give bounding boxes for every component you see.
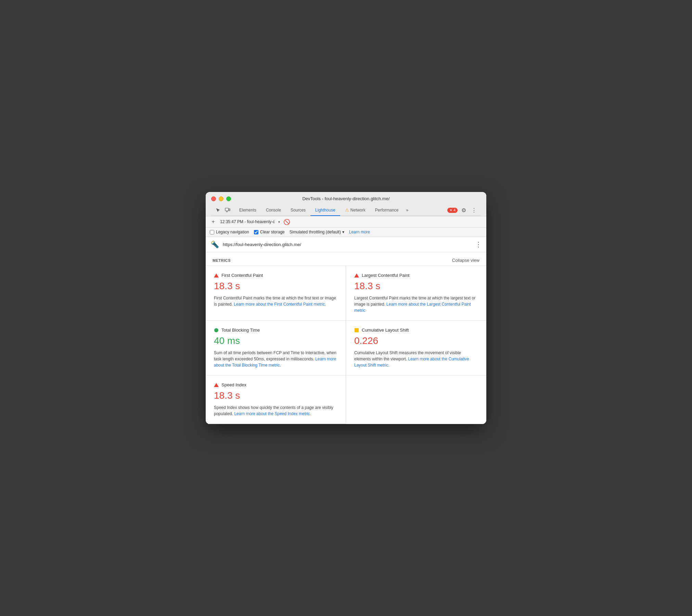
si-link[interactable]: Learn more about the Speed Index metric bbox=[234, 411, 310, 416]
legacy-navigation-checkbox[interactable]: Legacy navigation bbox=[210, 230, 249, 234]
tab-performance[interactable]: Performance bbox=[370, 205, 403, 216]
dropdown-arrow[interactable]: ▾ bbox=[278, 220, 280, 224]
window-title: DevTools - foul-heavenly-direction.glitc… bbox=[302, 196, 389, 201]
fcp-description: First Contentful Paint marks the time at… bbox=[214, 295, 337, 307]
cls-value: 0.226 bbox=[354, 335, 478, 346]
devtools-window: DevTools - foul-heavenly-direction.glitc… bbox=[206, 192, 486, 424]
tab-icons-group bbox=[211, 206, 234, 214]
more-options-button[interactable]: ⋮ bbox=[470, 206, 478, 214]
fcp-value: 18.3 s bbox=[214, 281, 337, 292]
url-bar: 🔦 https://foul-heavenly-direction.glitch… bbox=[206, 237, 486, 252]
metric-lcp: Largest Contentful Paint 18.3 s Largest … bbox=[346, 266, 486, 321]
learn-more-link[interactable]: Learn more bbox=[349, 230, 370, 234]
si-indicator bbox=[214, 383, 219, 387]
warning-icon: ⚠ bbox=[345, 207, 349, 213]
main-content: METRICS Collapse view First Contentful P… bbox=[206, 252, 486, 424]
cursor-icon[interactable] bbox=[214, 206, 222, 214]
metric-fcp: First Contentful Paint 18.3 s First Cont… bbox=[206, 266, 346, 321]
tbt-name: Total Blocking Time bbox=[221, 328, 260, 333]
cls-indicator bbox=[354, 328, 359, 333]
tbt-indicator bbox=[214, 328, 219, 333]
url-more-button[interactable]: ⋮ bbox=[475, 240, 482, 248]
clear-storage-checkbox[interactable]: Clear storage bbox=[254, 230, 285, 234]
lcp-description: Largest Contentful Paint marks the time … bbox=[354, 295, 478, 313]
si-description: Speed Index shows how quickly the conten… bbox=[214, 405, 337, 417]
metrics-grid: First Contentful Paint 18.3 s First Cont… bbox=[206, 266, 486, 424]
devtools-tabs: Elements Console Sources Lighthouse ⚠ Ne… bbox=[211, 205, 481, 216]
url-text: https://foul-heavenly-direction.glitch.m… bbox=[223, 242, 472, 247]
clear-storage-input[interactable] bbox=[254, 230, 258, 234]
tab-sources[interactable]: Sources bbox=[286, 205, 310, 216]
error-badge[interactable]: ✕ 4 bbox=[447, 208, 458, 213]
svg-rect-0 bbox=[225, 208, 229, 211]
error-count: 4 bbox=[453, 208, 456, 212]
lcp-name: Largest Contentful Paint bbox=[362, 273, 409, 278]
si-value: 18.3 s bbox=[214, 390, 337, 401]
tab-network[interactable]: ⚠ Network bbox=[340, 205, 370, 216]
metric-si: Speed Index 18.3 s Speed Index shows how… bbox=[206, 375, 346, 424]
settings-button[interactable]: ⚙ bbox=[460, 206, 468, 214]
legacy-navigation-input[interactable] bbox=[210, 230, 214, 234]
error-x-icon: ✕ bbox=[449, 208, 452, 213]
throttle-arrow-icon: ▾ bbox=[342, 230, 344, 234]
throttle-label: Simulated throttling (default) bbox=[290, 230, 341, 234]
tab-right-actions: ✕ 4 ⚙ ⋮ bbox=[447, 206, 481, 214]
options-bar: Legacy navigation Clear storage Simulate… bbox=[206, 228, 486, 237]
fcp-link[interactable]: Learn more about the First Contentful Pa… bbox=[234, 302, 325, 307]
metric-cls: Cumulative Layout Shift 0.226 Cumulative… bbox=[346, 321, 486, 375]
maximize-button[interactable] bbox=[226, 196, 231, 201]
tbt-description: Sum of all time periods between FCP and … bbox=[214, 350, 337, 368]
lcp-indicator bbox=[354, 273, 359, 278]
svg-rect-1 bbox=[229, 209, 230, 211]
tab-more[interactable]: » bbox=[403, 205, 411, 215]
add-button[interactable]: + bbox=[210, 218, 217, 225]
legacy-navigation-label: Legacy navigation bbox=[216, 230, 249, 234]
traffic-lights bbox=[211, 196, 231, 201]
collapse-view-button[interactable]: Collapse view bbox=[452, 258, 479, 263]
fcp-indicator bbox=[214, 273, 219, 278]
minimize-button[interactable] bbox=[219, 196, 223, 201]
tab-elements[interactable]: Elements bbox=[234, 205, 261, 216]
secondary-toolbar: + 12:35:47 PM - foul-heavenly-c ▾ 🚫 bbox=[206, 216, 486, 228]
lcp-value: 18.3 s bbox=[354, 281, 478, 292]
metrics-header: METRICS Collapse view bbox=[206, 252, 486, 266]
fcp-name: First Contentful Paint bbox=[221, 273, 263, 278]
metrics-label: METRICS bbox=[213, 258, 231, 262]
throttle-select[interactable]: Simulated throttling (default) ▾ bbox=[290, 230, 344, 234]
close-button[interactable] bbox=[211, 196, 216, 201]
tab-console[interactable]: Console bbox=[261, 205, 286, 216]
device-icon[interactable] bbox=[223, 206, 232, 214]
block-icon[interactable]: 🚫 bbox=[283, 219, 290, 225]
cls-description: Cumulative Layout Shift measures the mov… bbox=[354, 350, 478, 368]
tab-lighthouse[interactable]: Lighthouse bbox=[310, 205, 340, 216]
cls-name: Cumulative Layout Shift bbox=[362, 328, 409, 333]
si-name: Speed Index bbox=[221, 382, 246, 387]
timestamp: 12:35:47 PM - foul-heavenly-c bbox=[220, 219, 275, 224]
title-bar: DevTools - foul-heavenly-direction.glitc… bbox=[206, 192, 486, 216]
clear-storage-label: Clear storage bbox=[260, 230, 285, 234]
tbt-value: 40 ms bbox=[214, 335, 337, 346]
lighthouse-icon: 🔦 bbox=[210, 240, 219, 249]
metric-tbt: Total Blocking Time 40 ms Sum of all tim… bbox=[206, 321, 346, 375]
